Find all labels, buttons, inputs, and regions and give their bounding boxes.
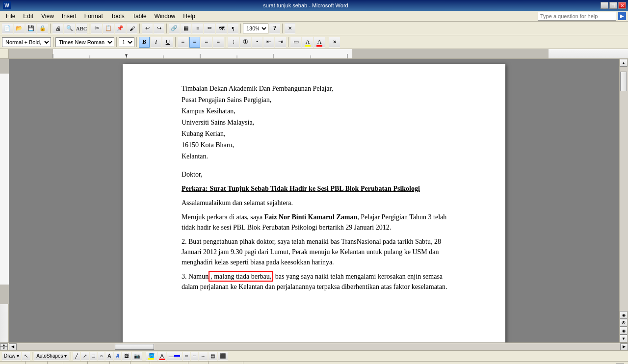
main-area: Timbalan Dekan Akademik Dan Pembangunan … (0, 59, 628, 342)
restore-button[interactable]: □ (609, 2, 617, 9)
outside-border-button[interactable]: ▭ (290, 37, 301, 48)
minimize-button[interactable]: _ (601, 2, 608, 9)
h-scroll-right-button[interactable]: ▶ (620, 343, 628, 350)
table-button[interactable]: ▦ (181, 23, 191, 34)
scroll-thumb[interactable] (620, 72, 627, 91)
paste-button[interactable]: 📌 (115, 23, 126, 34)
help-search-button[interactable]: ▶ (618, 12, 626, 20)
spellcheck-button[interactable]: ABC (76, 23, 87, 34)
h-scroll-left-button[interactable]: ◀ (9, 343, 17, 350)
page-next-button[interactable]: ◉ (620, 327, 628, 335)
save-button[interactable]: 💾 (26, 23, 36, 34)
address-line-5: Kubang Kerian, (182, 129, 456, 139)
dash-style-button[interactable]: ╌ (191, 352, 198, 361)
linespacing-button[interactable]: ↕ (228, 37, 239, 48)
bullets-button[interactable]: • (252, 37, 262, 48)
open-button[interactable]: 📂 (14, 23, 25, 34)
perkara-heading: Perkara: Surat Tunjuk Sebab Tidak Hadir … (182, 183, 456, 194)
drawing-button[interactable]: ✏ (204, 23, 215, 34)
clipart-button[interactable]: 🖼 (122, 352, 131, 361)
scroll-up-button[interactable]: ▲ (620, 59, 628, 67)
redo-button[interactable]: ↪ (154, 23, 164, 34)
scroll-track[interactable] (620, 67, 628, 311)
arrow-tool[interactable]: ↗ (81, 352, 89, 361)
menu-help[interactable]: Help (179, 12, 199, 21)
draw-label: Draw ▾ (4, 353, 19, 359)
permission-button[interactable]: 🔒 (37, 23, 48, 34)
print-button[interactable]: 🖨 (52, 23, 63, 34)
font-select[interactable]: Times New Roman (55, 37, 114, 47)
help-button[interactable]: ? (269, 23, 280, 34)
menu-window[interactable]: Window (151, 12, 180, 21)
scroll-down-button[interactable]: ▼ (620, 335, 628, 342)
menu-table[interactable]: Table (129, 12, 151, 21)
help-search-input[interactable] (538, 12, 616, 21)
greeting: Assalamualaikum dan selamat sejahtera. (182, 198, 456, 208)
style-select[interactable]: Normal + Bold, (2, 37, 51, 47)
cut-button[interactable]: ✂ (91, 23, 102, 34)
underline-button[interactable]: U (162, 37, 173, 48)
ext-status: EXT (169, 362, 188, 364)
new-button[interactable]: 📄 (2, 23, 13, 34)
arrow-style-button[interactable]: → (199, 352, 208, 361)
title-bar: W surat tunjuk sebab - Microsoft Word _ … (0, 0, 628, 11)
justify-button[interactable]: ≡ (213, 37, 224, 48)
page-prev-button[interactable]: ◉ (620, 311, 628, 319)
picture-button[interactable]: 📷 (132, 352, 142, 361)
menu-bar: File Edit View Insert Format Tools Table… (0, 11, 628, 22)
hyperlink-button[interactable]: 🔗 (169, 23, 180, 34)
line-style-button[interactable]: ━ (183, 352, 190, 361)
document-container[interactable]: Timbalan Dekan Akademik Dan Pembangunan … (9, 59, 619, 342)
select-button[interactable]: ↖ (22, 352, 30, 361)
svg-rect-1 (352, 49, 549, 58)
page-select-button[interactable]: ⦿ (620, 319, 628, 327)
numbering-button[interactable]: ① (240, 37, 251, 48)
formatpaint-button[interactable]: 🖌 (127, 23, 137, 34)
close-doc-button[interactable]: ✕ (285, 23, 295, 34)
page-nav-buttons[interactable]: ▲ ▼ (0, 343, 8, 350)
italic-button[interactable]: I (151, 37, 161, 48)
close-button[interactable]: ✕ (618, 2, 626, 9)
menu-edit[interactable]: Edit (19, 12, 37, 21)
size-select[interactable]: 12 (119, 37, 134, 47)
menu-view[interactable]: View (37, 12, 58, 21)
address-line-6: 16150 Kota Bharu, (182, 140, 456, 150)
wordart-tool[interactable]: A (114, 352, 121, 361)
bold-button[interactable]: B (139, 37, 150, 48)
textbox-tool[interactable]: A (105, 352, 113, 361)
align-left-button[interactable]: ≡ (178, 37, 188, 48)
columns-button[interactable]: ≡ (192, 23, 203, 34)
h-scroll-track[interactable] (17, 343, 620, 350)
close-format-button[interactable]: ✕ (329, 37, 340, 48)
menu-tools[interactable]: Tools (107, 12, 129, 21)
fontcolor-button[interactable]: A (314, 37, 325, 48)
copy-button[interactable]: 📋 (103, 23, 114, 34)
menu-insert[interactable]: Insert (58, 12, 80, 21)
increase-indent-button[interactable]: ⇥ (275, 37, 286, 48)
show-hide-button[interactable]: ¶ (228, 23, 238, 34)
draw-menu-button[interactable]: Draw ▾ (2, 352, 21, 361)
docmap-button[interactable]: 🗺 (216, 23, 227, 34)
ruler-svg: ▼ (9, 49, 628, 58)
menu-file[interactable]: File (2, 12, 19, 21)
oval-tool[interactable]: ○ (98, 352, 105, 361)
fill-color-button[interactable]: 🪣 (146, 352, 157, 361)
3d-button[interactable]: ⬛ (218, 352, 228, 361)
undo-button[interactable]: ↩ (142, 23, 153, 34)
h-scroll-thumb[interactable] (115, 344, 154, 350)
printpreview-button[interactable]: 🔍 (64, 23, 75, 34)
highlight-button[interactable]: A (302, 37, 313, 48)
menu-format[interactable]: Format (80, 12, 107, 21)
autoshapes-button[interactable]: AutoShapes ▾ (34, 352, 69, 361)
line-color-button[interactable]: — (167, 352, 182, 361)
window-controls[interactable]: _ □ ✕ (601, 2, 626, 9)
rectangle-tool[interactable]: □ (90, 352, 97, 361)
decrease-indent-button[interactable]: ⇤ (263, 37, 274, 48)
zoom-select[interactable]: 130% (243, 24, 268, 33)
align-center-button[interactable]: ≡ (189, 37, 200, 48)
para1-before: Merujuk perkara di atas, saya (182, 213, 264, 221)
line-tool[interactable]: ╱ (73, 352, 80, 361)
shadow-button[interactable]: ▤ (209, 352, 217, 361)
align-right-button[interactable]: ≡ (201, 37, 212, 48)
font-color-draw-button[interactable]: A (158, 352, 165, 361)
